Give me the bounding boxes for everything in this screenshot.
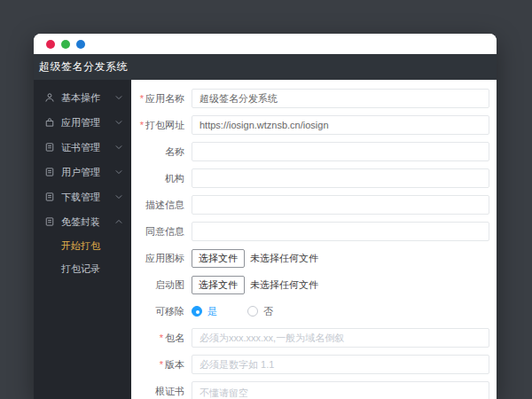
sidebar: 基本操作 应用管理 证书管理: [34, 80, 131, 399]
minimize-window-icon[interactable]: [61, 40, 70, 49]
required-marker: *: [160, 359, 163, 370]
sidebar-item-label: 基本操作: [61, 91, 115, 105]
list-icon: [44, 167, 55, 177]
field-label: 可移除: [135, 301, 184, 321]
field-label: 根证书: [135, 381, 184, 399]
removable-radio-group: 是 否: [192, 305, 303, 318]
submenu-item-start-packing[interactable]: 开始打包: [34, 234, 131, 257]
field-label: 同意信息: [135, 222, 184, 241]
field-label: 描述信息: [135, 195, 184, 215]
user-icon: [44, 92, 55, 103]
field-label: *应用名称: [135, 89, 184, 108]
required-marker: *: [140, 93, 144, 104]
field-label: *版本: [135, 355, 184, 374]
radio-selected-icon: [192, 306, 202, 317]
chevron-down-icon: [115, 95, 122, 100]
package-name-input[interactable]: [192, 328, 489, 348]
form-row-removable: 可移除 是 否: [135, 301, 489, 321]
field-label: *包名: [135, 328, 184, 348]
field-label: 机构: [135, 168, 184, 188]
radio-option-no[interactable]: 否: [247, 305, 273, 318]
form-row-package-name: *包名: [135, 328, 489, 348]
chevron-up-icon: [115, 219, 122, 224]
app-header: 超级签名分发系统: [34, 54, 497, 80]
form-row-pack-url: *打包网址: [135, 115, 489, 135]
chevron-down-icon: [115, 169, 122, 175]
chevron-down-icon: [115, 120, 122, 125]
field-label: 启动图: [135, 275, 184, 294]
form-row-root-cert: 根证书: [135, 381, 489, 399]
organization-input[interactable]: [192, 168, 489, 188]
form-row-organization: 机构: [135, 168, 489, 188]
root-cert-textarea[interactable]: [192, 381, 489, 399]
sidebar-item-app-management[interactable]: 应用管理: [34, 110, 131, 135]
radio-unselected-icon: [247, 306, 258, 317]
chevron-down-icon: [115, 194, 122, 200]
radio-option-yes[interactable]: 是: [192, 305, 217, 318]
sidebar-item-label: 下载管理: [61, 191, 115, 204]
file-status-text: 未选择任何文件: [250, 252, 318, 265]
choose-file-button[interactable]: 选择文件: [192, 249, 245, 268]
form-row-name: 名称: [135, 142, 489, 161]
sidebar-item-cert-management[interactable]: 证书管理: [34, 135, 131, 160]
submenu-item-label: 打包记录: [61, 262, 100, 276]
list-icon: [44, 216, 55, 227]
browser-window: 超级签名分发系统 基本操作 应用管理: [34, 34, 497, 399]
version-input[interactable]: [192, 355, 489, 374]
app-title: 超级签名分发系统: [39, 59, 128, 74]
form-row-launch-image: 启动图 选择文件 未选择任何文件: [135, 275, 489, 294]
form-row-description: 描述信息: [135, 195, 489, 215]
sidebar-item-label: 证书管理: [61, 141, 115, 154]
submenu-item-packing-records[interactable]: 打包记录: [34, 257, 131, 280]
name-input[interactable]: [192, 142, 489, 161]
list-icon: [44, 192, 55, 202]
sidebar-item-download-management[interactable]: 下载管理: [34, 184, 131, 209]
file-status-text: 未选择任何文件: [250, 278, 318, 292]
field-label: 名称: [135, 142, 184, 161]
window-titlebar: [34, 34, 497, 54]
field-label: *打包网址: [135, 115, 184, 135]
required-marker: *: [140, 120, 144, 130]
sidebar-item-basic-operations[interactable]: 基本操作: [34, 85, 131, 110]
maximize-window-icon[interactable]: [76, 40, 85, 49]
sidebar-item-nosign-packaging[interactable]: 免签封装: [34, 209, 131, 234]
chevron-down-icon: [115, 145, 122, 150]
sidebar-item-label: 用户管理: [61, 166, 115, 179]
sidebar-item-label: 应用管理: [61, 116, 115, 129]
form-row-app-icon: 应用图标 选择文件 未选择任何文件: [135, 248, 489, 268]
field-label: 应用图标: [135, 248, 184, 268]
app-bag-icon: [44, 117, 55, 128]
form-row-app-name: *应用名称: [135, 89, 489, 108]
pack-url-input[interactable]: [192, 115, 489, 135]
consent-input[interactable]: [192, 222, 489, 241]
required-marker: *: [160, 332, 163, 343]
choose-file-button[interactable]: 选择文件: [192, 276, 245, 294]
sidebar-item-label: 免签封装: [61, 215, 115, 229]
app-name-input[interactable]: [192, 89, 489, 108]
form-panel: *应用名称 *打包网址 名称 机构 描述信息 同意信息: [131, 80, 497, 399]
list-icon: [44, 142, 55, 153]
form-row-version: *版本: [135, 355, 489, 374]
submenu-item-label: 开始打包: [61, 239, 100, 253]
sidebar-item-user-management[interactable]: 用户管理: [34, 160, 131, 184]
description-input[interactable]: [192, 195, 489, 215]
close-window-icon[interactable]: [46, 40, 55, 49]
form-row-consent: 同意信息: [135, 222, 489, 241]
